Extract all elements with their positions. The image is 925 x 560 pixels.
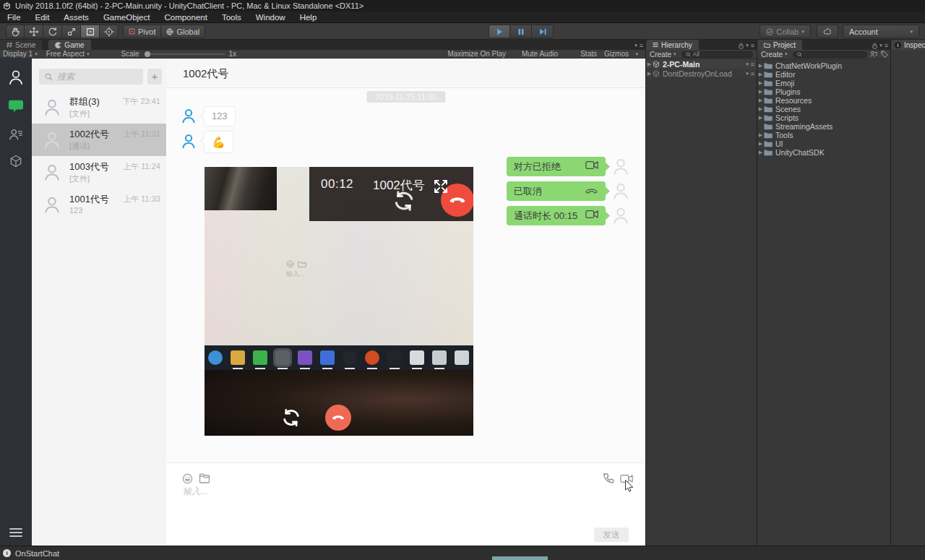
pause-button[interactable] [510,25,532,38]
video-call-icon [585,210,598,219]
tab-project[interactable]: Project [757,40,802,50]
display-selector[interactable]: Display 1 [3,50,33,58]
peer-avatar-icon [179,106,198,125]
conversation-item[interactable]: 群组(3) [文件] 下午 23:41 [32,91,166,124]
hierarchy-search-input[interactable]: All [681,51,753,58]
file-attach-icon[interactable] [199,473,210,483]
chevron-down-icon: ▾ [634,43,637,48]
files-tab-icon[interactable] [9,154,23,168]
rotate-tool-button[interactable] [43,25,62,38]
scale-tool-button[interactable] [62,25,81,38]
conversation-item[interactable]: 1003代号 [文件] 上午 11:24 [32,156,166,189]
switch-camera-icon[interactable] [280,407,302,428]
folder-row[interactable]: ▶Tools [757,131,890,139]
rect-tool-button[interactable] [81,25,100,38]
voice-call-button-icon[interactable] [603,473,615,485]
console-info-icon[interactable]: i [3,549,11,557]
maximize-on-play-toggle[interactable]: Maximize On Play [447,50,506,58]
project-search-input[interactable] [793,51,867,58]
folder-row[interactable]: ▶Plugins [757,87,890,96]
scene-row-dontdestroyonload[interactable]: ▶ DontDestroyOnLoad ▾≡ [646,69,757,78]
folder-row[interactable]: ▶StreamingAssets [757,122,890,131]
folder-row[interactable]: ▶Resources [757,96,890,105]
switch-camera-icon[interactable] [392,189,416,213]
call-overlay-bar: 00:12 1002代号 [309,167,473,221]
chats-tab-icon[interactable] [8,99,24,113]
folder-row[interactable]: ▶Editor [757,70,890,79]
tab-game[interactable]: Game [48,40,90,50]
lock-icon[interactable] [872,43,877,49]
game-panel-menu-icons[interactable]: ▾ ≡ [634,42,642,49]
message-bubble-emoji: 💪 [204,131,233,153]
search-placeholder: 搜索 [57,71,74,83]
expand-arrow-icon[interactable]: ▶ [646,71,653,77]
scale-slider[interactable] [145,53,225,55]
tab-inspector[interactable]: i Inspector [891,40,925,50]
message-input-placeholder[interactable]: 输入... [183,486,207,498]
send-button[interactable]: 发送 [594,527,629,542]
menu-tools[interactable]: Tools [215,13,249,22]
mute-audio-toggle[interactable]: Mute Audio [522,50,558,58]
tab-hierarchy[interactable]: Hierarchy [646,40,699,50]
tab-scene[interactable]: Scene [0,40,42,50]
date-stamp: 2019-11-25 11:30 [366,91,445,103]
account-button[interactable]: Account ▾ [843,25,919,38]
voice-call-icon [585,185,598,195]
scale-label: Scale [121,50,139,58]
folder-row[interactable]: ▶UnityChatSDK [757,148,890,157]
project-create-button[interactable]: Create▾ [757,51,791,59]
stats-toggle[interactable]: Stats [580,50,597,58]
menu-gameobject[interactable]: GameObject [96,13,158,22]
menu-file[interactable]: File [0,13,28,22]
hangup-call-button[interactable] [325,405,351,431]
menu-help[interactable]: Help [293,13,324,22]
cloud-button[interactable] [817,25,838,38]
search-icon [45,73,53,81]
folder-row[interactable]: ▶Emoji [757,79,890,87]
video-call-widget: 输入... 00:12 1002代号 [205,167,473,436]
menu-assets[interactable]: Assets [56,13,96,22]
menu-window[interactable]: Window [249,13,293,22]
search-input[interactable]: 搜索 [39,69,143,85]
search-by-type-icon[interactable] [870,51,877,58]
step-button[interactable] [532,25,554,38]
scale-value: 1x [229,50,237,58]
search-by-label-icon[interactable] [881,51,888,58]
captured-screen-icons [286,260,306,268]
menu-edit[interactable]: Edit [28,13,57,22]
menu-hamburger-icon[interactable] [9,527,22,538]
expand-arrow-icon[interactable]: ▶ [646,61,653,67]
gizmos-dropdown[interactable]: Gizmos [604,50,629,58]
emoji-picker-icon[interactable] [182,473,193,484]
global-toggle-button[interactable]: Global [161,25,205,38]
contacts-tab-icon[interactable] [8,126,24,142]
transform-tool-button[interactable] [100,25,119,38]
fullscreen-expand-icon[interactable] [432,178,449,195]
call-controls-area [205,370,473,436]
collab-button[interactable]: Collab ▾ [760,25,811,38]
aspect-selector[interactable]: Free Aspect [46,50,85,58]
chevron-down-icon: ▾ [87,51,90,57]
pivot-toggle-button[interactable]: Pivot [123,25,161,38]
hand-tool-button[interactable] [6,25,25,38]
hierarchy-create-button[interactable]: Create▾ [646,51,680,59]
profile-avatar-icon[interactable] [7,68,25,87]
conversation-item-selected[interactable]: 1002代号 [通话] 上午 11:31 [32,124,166,156]
status-message[interactable]: OnStartChat [15,549,59,558]
local-video-thumbnail[interactable] [205,167,277,210]
menu-component[interactable]: Component [157,13,214,22]
add-conversation-button[interactable]: + [147,69,162,85]
scene-row-2-pc-main[interactable]: ▶ 2-PC-Main ▾≡ [646,59,757,69]
panel-menu-icon[interactable]: ≡ [751,42,754,49]
folder-row[interactable]: ▶Scripts [757,113,890,122]
conversation-item[interactable]: 1001代号 123 上午 11:33 [32,189,166,221]
unity-logo-icon [3,2,11,10]
folder-row[interactable]: ▶Scenes [757,105,890,113]
panel-menu-icon[interactable]: ≡ [885,42,887,49]
lock-icon[interactable] [739,43,744,49]
move-tool-button[interactable] [25,25,43,38]
folder-row[interactable]: ▶UI [757,139,890,148]
folder-row[interactable]: ▶ChatNetWorkPlugin [757,61,890,70]
scale-slider-knob[interactable] [145,51,150,57]
play-button[interactable] [489,25,510,38]
